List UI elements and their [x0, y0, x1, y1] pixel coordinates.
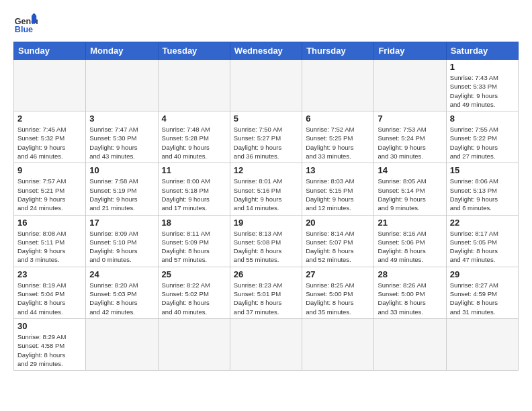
day-info: Sunrise: 7:53 AMSunset: 5:24 PMDaylight:…: [378, 125, 442, 161]
calendar-cell: 29Sunrise: 8:27 AMSunset: 4:59 PMDayligh…: [446, 267, 518, 318]
day-info: Sunrise: 7:52 AMSunset: 5:25 PMDaylight:…: [306, 125, 370, 161]
calendar-cell: [302, 318, 374, 370]
day-info: Sunrise: 7:55 AMSunset: 5:22 PMDaylight:…: [450, 125, 515, 161]
day-number: 10: [89, 165, 154, 175]
calendar-cell: 9Sunrise: 7:57 AMSunset: 5:21 PMDaylight…: [14, 163, 86, 215]
day-number: 17: [89, 218, 154, 228]
day-number: 3: [89, 113, 154, 124]
calendar-cell: 24Sunrise: 8:20 AMSunset: 5:03 PMDayligh…: [86, 267, 158, 318]
day-info: Sunrise: 8:08 AMSunset: 5:11 PMDaylight:…: [17, 229, 82, 265]
day-info: Sunrise: 8:29 AMSunset: 4:58 PMDaylight:…: [17, 332, 82, 368]
weekday-header-friday: Friday: [374, 42, 446, 60]
calendar-cell: [230, 318, 302, 370]
day-number: 2: [17, 113, 82, 124]
calendar-cell: 3Sunrise: 7:47 AMSunset: 5:30 PMDaylight…: [86, 111, 158, 163]
day-number: 25: [162, 269, 226, 279]
calendar-cell: 28Sunrise: 8:26 AMSunset: 5:00 PMDayligh…: [374, 267, 446, 318]
day-info: Sunrise: 8:09 AMSunset: 5:10 PMDaylight:…: [89, 229, 154, 265]
day-info: Sunrise: 7:43 AMSunset: 5:33 PMDaylight:…: [450, 73, 515, 109]
weekday-header-saturday: Saturday: [446, 42, 518, 60]
calendar-cell: 8Sunrise: 7:55 AMSunset: 5:22 PMDaylight…: [446, 111, 518, 163]
calendar-cell: [230, 60, 302, 111]
day-number: 19: [234, 218, 298, 228]
calendar-week-2: 2Sunrise: 7:45 AMSunset: 5:32 PMDaylight…: [14, 111, 519, 163]
calendar-cell: [86, 60, 158, 111]
day-info: Sunrise: 8:00 AMSunset: 5:18 PMDaylight:…: [162, 177, 226, 212]
day-info: Sunrise: 7:50 AMSunset: 5:27 PMDaylight:…: [234, 125, 298, 161]
generalblue-logo-icon: General Blue: [13, 11, 38, 35]
day-info: Sunrise: 8:23 AMSunset: 5:01 PMDaylight:…: [234, 281, 298, 316]
page: General Blue SundayMondayTuesdayWednesda…: [0, 0, 532, 411]
weekday-header-row: SundayMondayTuesdayWednesdayThursdayFrid…: [14, 42, 519, 60]
svg-marker-2: [32, 15, 36, 23]
day-info: Sunrise: 8:17 AMSunset: 5:05 PMDaylight:…: [450, 229, 515, 265]
day-number: 18: [162, 218, 226, 228]
day-info: Sunrise: 8:11 AMSunset: 5:09 PMDaylight:…: [162, 229, 226, 265]
calendar-cell: 7Sunrise: 7:53 AMSunset: 5:24 PMDaylight…: [374, 111, 446, 163]
day-number: 30: [17, 321, 82, 331]
weekday-header-thursday: Thursday: [302, 42, 374, 60]
calendar-cell: [14, 60, 86, 111]
calendar-week-3: 9Sunrise: 7:57 AMSunset: 5:21 PMDaylight…: [14, 163, 519, 215]
weekday-header-tuesday: Tuesday: [158, 42, 230, 60]
day-info: Sunrise: 8:27 AMSunset: 4:59 PMDaylight:…: [450, 281, 515, 316]
day-info: Sunrise: 8:01 AMSunset: 5:16 PMDaylight:…: [234, 177, 298, 212]
calendar-cell: 4Sunrise: 7:48 AMSunset: 5:28 PMDaylight…: [158, 111, 230, 163]
weekday-header-wednesday: Wednesday: [230, 42, 302, 60]
day-number: 26: [234, 269, 298, 279]
day-number: 14: [378, 165, 442, 175]
calendar-cell: [374, 60, 446, 111]
day-info: Sunrise: 8:25 AMSunset: 5:00 PMDaylight:…: [306, 281, 370, 316]
calendar-week-5: 23Sunrise: 8:19 AMSunset: 5:04 PMDayligh…: [14, 267, 519, 318]
calendar-cell: 17Sunrise: 8:09 AMSunset: 5:10 PMDayligh…: [86, 215, 158, 267]
day-number: 1: [450, 62, 515, 72]
weekday-header-sunday: Sunday: [14, 42, 86, 60]
calendar-week-4: 16Sunrise: 8:08 AMSunset: 5:11 PMDayligh…: [14, 215, 519, 267]
weekday-header-monday: Monday: [86, 42, 158, 60]
calendar-cell: 22Sunrise: 8:17 AMSunset: 5:05 PMDayligh…: [446, 215, 518, 267]
svg-text:Blue: Blue: [15, 25, 33, 34]
day-info: Sunrise: 7:47 AMSunset: 5:30 PMDaylight:…: [89, 125, 154, 161]
day-info: Sunrise: 8:20 AMSunset: 5:03 PMDaylight:…: [89, 281, 154, 316]
day-number: 21: [378, 218, 442, 228]
day-info: Sunrise: 8:05 AMSunset: 5:14 PMDaylight:…: [378, 177, 442, 212]
calendar-cell: [158, 60, 230, 111]
day-number: 15: [450, 165, 515, 175]
day-info: Sunrise: 8:22 AMSunset: 5:02 PMDaylight:…: [162, 281, 226, 316]
calendar-cell: 23Sunrise: 8:19 AMSunset: 5:04 PMDayligh…: [14, 267, 86, 318]
calendar-cell: 14Sunrise: 8:05 AMSunset: 5:14 PMDayligh…: [374, 163, 446, 215]
calendar-week-6: 30Sunrise: 8:29 AMSunset: 4:58 PMDayligh…: [14, 318, 519, 370]
day-number: 6: [306, 113, 370, 124]
calendar-week-1: 1Sunrise: 7:43 AMSunset: 5:33 PMDaylight…: [14, 60, 519, 111]
day-info: Sunrise: 8:13 AMSunset: 5:08 PMDaylight:…: [234, 229, 298, 265]
day-number: 11: [162, 165, 226, 175]
day-number: 23: [17, 269, 82, 279]
calendar-cell: 27Sunrise: 8:25 AMSunset: 5:00 PMDayligh…: [302, 267, 374, 318]
day-number: 28: [378, 269, 442, 279]
calendar-cell: 18Sunrise: 8:11 AMSunset: 5:09 PMDayligh…: [158, 215, 230, 267]
calendar-cell: 21Sunrise: 8:16 AMSunset: 5:06 PMDayligh…: [374, 215, 446, 267]
day-info: Sunrise: 7:45 AMSunset: 5:32 PMDaylight:…: [17, 125, 82, 161]
day-number: 29: [450, 269, 515, 279]
day-info: Sunrise: 7:57 AMSunset: 5:21 PMDaylight:…: [17, 177, 82, 212]
calendar-cell: 6Sunrise: 7:52 AMSunset: 5:25 PMDaylight…: [302, 111, 374, 163]
calendar-cell: 19Sunrise: 8:13 AMSunset: 5:08 PMDayligh…: [230, 215, 302, 267]
calendar-cell: 5Sunrise: 7:50 AMSunset: 5:27 PMDaylight…: [230, 111, 302, 163]
calendar-cell: 20Sunrise: 8:14 AMSunset: 5:07 PMDayligh…: [302, 215, 374, 267]
svg-marker-3: [32, 13, 36, 16]
day-info: Sunrise: 7:48 AMSunset: 5:28 PMDaylight:…: [162, 125, 226, 161]
calendar-cell: 26Sunrise: 8:23 AMSunset: 5:01 PMDayligh…: [230, 267, 302, 318]
day-number: 8: [450, 113, 515, 124]
calendar-cell: [302, 60, 374, 111]
calendar-cell: [158, 318, 230, 370]
calendar-cell: [86, 318, 158, 370]
day-number: 13: [306, 165, 370, 175]
logo: General Blue: [13, 11, 38, 35]
day-number: 5: [234, 113, 298, 124]
calendar-cell: [446, 318, 518, 370]
day-number: 16: [17, 218, 82, 228]
calendar-cell: 16Sunrise: 8:08 AMSunset: 5:11 PMDayligh…: [14, 215, 86, 267]
day-info: Sunrise: 8:03 AMSunset: 5:15 PMDaylight:…: [306, 177, 370, 212]
day-number: 22: [450, 218, 515, 228]
calendar-table: SundayMondayTuesdayWednesdayThursdayFrid…: [13, 42, 519, 371]
